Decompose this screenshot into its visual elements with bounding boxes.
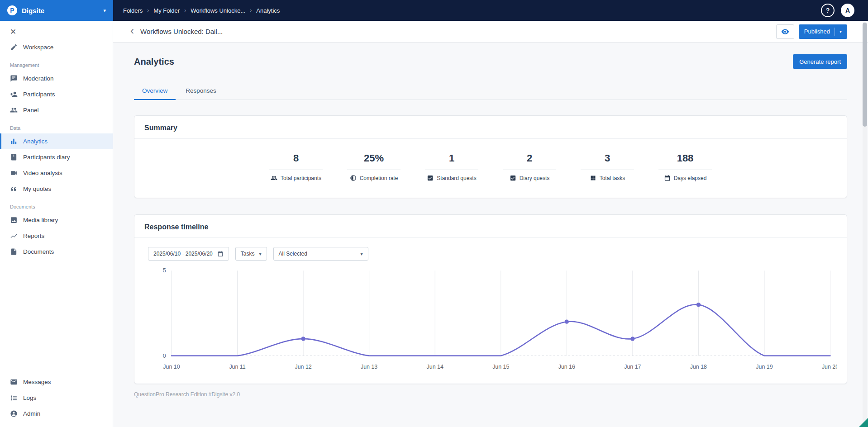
sidebar-item-documents[interactable]: Documents <box>0 244 113 260</box>
timeline-line-chart: 05Jun 10Jun 11Jun 12Jun 13Jun 14Jun 15Ju… <box>144 266 837 375</box>
mail-icon <box>10 378 18 386</box>
sidebar-item-messages[interactable]: Messages <box>0 374 113 390</box>
divider <box>835 28 835 36</box>
summary-title: Summary <box>144 124 837 132</box>
svg-text:Jun 17: Jun 17 <box>624 364 641 370</box>
summary-stats: 8Total participants25%Completion rate1St… <box>134 139 847 198</box>
sidebar-workspace: Workspace <box>0 39 113 55</box>
tab-responses[interactable]: Responses <box>177 82 224 100</box>
sidebar-item-workspace[interactable]: Workspace <box>0 39 113 55</box>
sidebar-item-video-analysis[interactable]: Video analysis <box>0 165 113 181</box>
stat-completion-rate: 25%Completion rate <box>347 152 401 181</box>
sidebar-item-participants-diary[interactable]: Participants diary <box>0 149 113 165</box>
breadcrumb-item-analytics[interactable]: Analytics <box>256 7 280 14</box>
avatar[interactable]: A <box>841 4 854 17</box>
chevron-down-icon: ▾ <box>259 251 261 256</box>
date-range-input[interactable]: 2025/06/10 - 2025/06/20 <box>148 247 229 261</box>
back-button[interactable]: ‹ <box>130 25 134 36</box>
project-title: Workflows Unlocked: Dail... <box>140 28 223 35</box>
eye-icon <box>781 28 789 36</box>
quote-icon <box>10 185 18 193</box>
tasks-filter-select[interactable]: Tasks ▾ <box>235 247 267 261</box>
sidebar-section-label: Management <box>0 55 113 71</box>
person-add-icon <box>10 90 18 98</box>
footer-text: QuestionPro Research Edition #Digsite v2… <box>134 384 847 398</box>
selection-filter-select[interactable]: All Selected ▾ <box>273 247 368 261</box>
person-circle-icon <box>10 410 18 418</box>
preview-button[interactable] <box>776 24 794 39</box>
sidebar-item-label: Reports <box>23 232 44 239</box>
response-timeline-chart: 05Jun 10Jun 11Jun 12Jun 13Jun 14Jun 15Ju… <box>144 266 837 376</box>
stat-value: 1 <box>425 152 478 170</box>
stat-label: Total tasks <box>600 175 625 181</box>
sidebar-item-label: Moderation <box>23 75 54 82</box>
timeline-filters: 2025/06/10 - 2025/06/20 Tasks ▾ All Sele… <box>148 247 837 261</box>
generate-report-button[interactable]: Generate report <box>793 54 847 69</box>
published-button[interactable]: Published ▾ <box>799 24 847 39</box>
trend-icon <box>10 232 18 240</box>
feedback-corner-widget[interactable] <box>859 418 868 427</box>
breadcrumb-item-folders[interactable]: Folders <box>123 7 143 14</box>
stat-label: Total participants <box>281 175 321 181</box>
summary-card: Summary 8Total participants25%Completion… <box>134 115 847 198</box>
sidebar-item-label: Messages <box>23 379 51 385</box>
brand-button[interactable]: P Digsite ▾ <box>0 0 113 21</box>
svg-text:Jun 20: Jun 20 <box>822 364 837 370</box>
stat-label: Diary quests <box>520 175 550 181</box>
grid-icon <box>590 175 596 181</box>
sidebar-item-label: Video analysis <box>23 170 62 176</box>
sidebar-item-label: Participants <box>23 91 55 98</box>
stat-label: Days elapsed <box>674 175 707 181</box>
close-sidebar-icon[interactable]: ✕ <box>0 26 26 39</box>
sidebar: ✕ Workspace ManagementModerationParticip… <box>0 21 113 427</box>
response-timeline-card: Response timeline 2025/06/10 - 2025/06/2… <box>134 214 847 384</box>
sidebar-item-analytics[interactable]: Analytics <box>0 133 113 149</box>
stat-label: Completion rate <box>360 175 398 181</box>
sidebar-item-my-quotes[interactable]: My quotes <box>0 181 113 197</box>
svg-text:Jun 15: Jun 15 <box>492 364 509 370</box>
top-bar: P Digsite ▾ Folders›My Folder›Workflows … <box>0 0 868 21</box>
sidebar-section-label: Data <box>0 118 113 133</box>
image-icon <box>10 216 18 224</box>
sidebar-item-media-library[interactable]: Media library <box>0 212 113 228</box>
chat-icon <box>10 75 18 82</box>
tab-overview[interactable]: Overview <box>134 82 176 100</box>
date-range-value: 2025/06/10 - 2025/06/20 <box>153 251 213 257</box>
sidebar-item-admin[interactable]: Admin <box>0 406 113 422</box>
sidebar-item-panel[interactable]: Panel <box>0 102 113 118</box>
breadcrumb: Folders›My Folder›Workflows Unlocke...›A… <box>113 7 290 14</box>
sidebar-item-participants[interactable]: Participants <box>0 86 113 102</box>
stat-value: 3 <box>581 152 634 170</box>
breadcrumb-item-workflows-unlocke[interactable]: Workflows Unlocke... <box>191 7 245 14</box>
sidebar-item-label: Panel <box>23 107 39 114</box>
bar-chart-icon <box>10 138 18 145</box>
svg-text:Jun 13: Jun 13 <box>361 364 377 370</box>
help-button[interactable]: ? <box>821 4 835 17</box>
people-icon <box>10 106 18 114</box>
chevron-down-icon: ▾ <box>103 8 106 14</box>
vertical-scrollbar[interactable] <box>863 22 867 425</box>
page-content: Analytics Generate report OverviewRespon… <box>113 43 868 427</box>
video-icon <box>10 169 18 177</box>
scrollbar-thumb[interactable] <box>863 23 867 127</box>
svg-text:Jun 14: Jun 14 <box>427 364 444 370</box>
stat-label: Standard quests <box>437 175 476 181</box>
sidebar-item-label: Analytics <box>23 138 48 145</box>
stat-value: 188 <box>658 152 712 170</box>
breadcrumb-separator-icon: › <box>250 7 252 14</box>
people-icon <box>271 175 277 181</box>
calendar-icon <box>664 175 671 181</box>
sidebar-item-logs[interactable]: Logs <box>0 390 113 406</box>
svg-text:Jun 18: Jun 18 <box>690 364 707 370</box>
breadcrumb-item-my-folder[interactable]: My Folder <box>153 7 180 14</box>
tasks-filter-value: Tasks <box>241 251 255 257</box>
project-header: ‹ Workflows Unlocked: Dail... Published … <box>113 21 868 43</box>
svg-text:5: 5 <box>163 267 166 274</box>
checklist-icon <box>427 175 434 181</box>
digsite-logo-icon: P <box>7 5 17 15</box>
sidebar-item-label: Logs <box>23 394 36 401</box>
svg-text:Jun 11: Jun 11 <box>229 364 245 370</box>
sidebar-item-moderation[interactable]: Moderation <box>0 71 113 86</box>
stat-total-participants: 8Total participants <box>269 152 323 181</box>
sidebar-item-reports[interactable]: Reports <box>0 228 113 244</box>
